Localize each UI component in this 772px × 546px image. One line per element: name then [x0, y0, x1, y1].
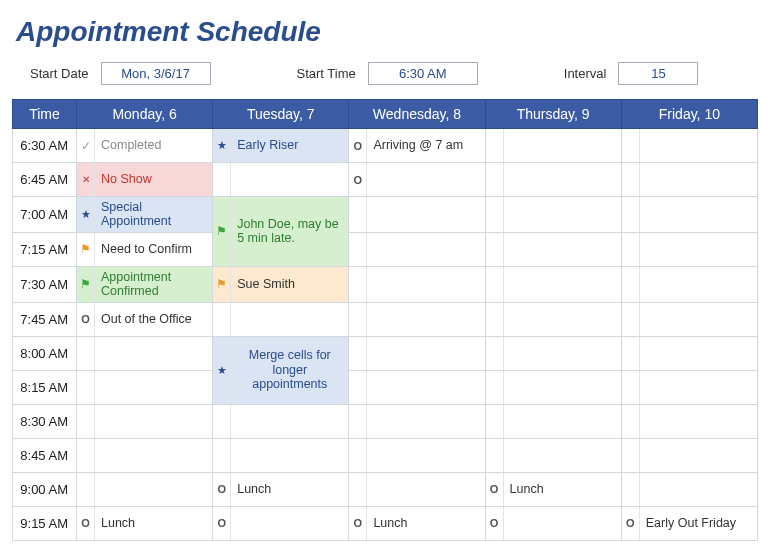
cell-fri-730[interactable]	[621, 266, 757, 302]
cell-tue-845[interactable]	[213, 438, 349, 472]
cell-tue-830[interactable]	[213, 404, 349, 438]
cell-fri-745[interactable]	[621, 302, 757, 336]
row-845: 8:45 AM	[13, 438, 758, 472]
time-label: 8:45 AM	[13, 438, 77, 472]
schedule-table: Time Monday, 6 Tuesday, 7 Wednesday, 8 T…	[12, 99, 758, 541]
cell-wed-700[interactable]	[349, 197, 485, 233]
cell-tue-800[interactable]: Merge cells for longer appointments	[213, 336, 349, 404]
empty-icon	[486, 303, 504, 336]
empty-icon	[77, 473, 95, 506]
cell-mon-815[interactable]	[77, 370, 213, 404]
cell-fri-845[interactable]	[621, 438, 757, 472]
empty-icon	[486, 337, 504, 370]
cell-thu-645[interactable]	[485, 163, 621, 197]
empty-icon	[622, 337, 640, 370]
empty-icon	[213, 405, 231, 438]
empty-icon	[349, 233, 367, 266]
cell-wed-900[interactable]	[349, 472, 485, 506]
cell-wed-815[interactable]	[349, 370, 485, 404]
row-645: 6:45 AM No Show	[13, 163, 758, 197]
cell-mon-645[interactable]: No Show	[77, 163, 213, 197]
cell-wed-645[interactable]	[349, 163, 485, 197]
cell-fri-815[interactable]	[621, 370, 757, 404]
interval-field[interactable]: 15	[618, 62, 698, 85]
start-time-field[interactable]: 6:30 AM	[368, 62, 478, 85]
time-label: 6:45 AM	[13, 163, 77, 197]
circle-icon	[349, 129, 367, 162]
cell-fri-900[interactable]	[621, 472, 757, 506]
cell-text: Out of the Office	[95, 309, 212, 329]
cell-tue-745[interactable]	[213, 302, 349, 336]
start-date-field[interactable]: Mon, 3/6/17	[101, 62, 211, 85]
empty-icon	[349, 439, 367, 472]
cell-fri-645[interactable]	[621, 163, 757, 197]
empty-icon	[349, 371, 367, 404]
col-wed: Wednesday, 8	[349, 100, 485, 129]
cell-tue-900[interactable]: Lunch	[213, 472, 349, 506]
empty-icon	[486, 163, 504, 196]
empty-icon	[622, 129, 640, 162]
cell-text: Merge cells for longer appointments	[231, 345, 348, 394]
cell-tue-730[interactable]: Sue Smith	[213, 266, 349, 302]
flag-icon	[77, 267, 95, 302]
controls-bar: Start Date Mon, 3/6/17 Start Time 6:30 A…	[12, 62, 760, 85]
cell-thu-745[interactable]	[485, 302, 621, 336]
cell-thu-845[interactable]	[485, 438, 621, 472]
time-label: 9:15 AM	[13, 506, 77, 540]
time-label: 7:00 AM	[13, 197, 77, 233]
cell-mon-700[interactable]: Special Appointment	[77, 197, 213, 233]
cell-mon-800[interactable]	[77, 336, 213, 370]
cell-mon-845[interactable]	[77, 438, 213, 472]
cell-wed-630[interactable]: Arriving @ 7 am	[349, 129, 485, 163]
cell-thu-800[interactable]	[485, 336, 621, 370]
cell-mon-830[interactable]	[77, 404, 213, 438]
cell-mon-715[interactable]: Need to Confirm	[77, 232, 213, 266]
cell-wed-715[interactable]	[349, 232, 485, 266]
col-fri: Friday, 10	[621, 100, 757, 129]
cell-mon-630[interactable]: Completed	[77, 129, 213, 163]
empty-icon	[486, 233, 504, 266]
cell-thu-730[interactable]	[485, 266, 621, 302]
cell-mon-730[interactable]: Appointment Confirmed	[77, 266, 213, 302]
flag-icon	[213, 267, 231, 302]
circle-icon	[213, 507, 231, 540]
cell-fri-715[interactable]	[621, 232, 757, 266]
cell-wed-830[interactable]	[349, 404, 485, 438]
cell-fri-830[interactable]	[621, 404, 757, 438]
cell-tue-700[interactable]: John Doe, may be 5 min late.	[213, 197, 349, 267]
cell-wed-845[interactable]	[349, 438, 485, 472]
row-730: 7:30 AM Appointment Confirmed Sue Smith	[13, 266, 758, 302]
cell-fri-700[interactable]	[621, 197, 757, 233]
cell-mon-900[interactable]	[77, 472, 213, 506]
cell-fri-915[interactable]: Early Out Friday	[621, 506, 757, 540]
cell-tue-645[interactable]	[213, 163, 349, 197]
start-time-label: Start Time	[297, 66, 356, 81]
cell-text: Sue Smith	[231, 274, 348, 294]
cell-fri-800[interactable]	[621, 336, 757, 370]
empty-icon	[349, 337, 367, 370]
cell-wed-800[interactable]	[349, 336, 485, 370]
cell-tue-630[interactable]: Early Riser	[213, 129, 349, 163]
empty-icon	[77, 337, 95, 370]
cell-wed-730[interactable]	[349, 266, 485, 302]
cell-tue-915[interactable]	[213, 506, 349, 540]
cell-thu-815[interactable]	[485, 370, 621, 404]
cell-thu-715[interactable]	[485, 232, 621, 266]
cell-thu-915[interactable]	[485, 506, 621, 540]
cell-thu-700[interactable]	[485, 197, 621, 233]
cell-mon-745[interactable]: Out of the Office	[77, 302, 213, 336]
empty-icon	[213, 303, 231, 336]
time-label: 7:45 AM	[13, 302, 77, 336]
circle-icon	[77, 303, 95, 336]
cell-text: Arriving @ 7 am	[367, 135, 484, 155]
empty-icon	[349, 303, 367, 336]
cell-mon-915[interactable]: Lunch	[77, 506, 213, 540]
empty-icon	[349, 405, 367, 438]
cell-thu-900[interactable]: Lunch	[485, 472, 621, 506]
cell-thu-630[interactable]	[485, 129, 621, 163]
cell-fri-630[interactable]	[621, 129, 757, 163]
cell-wed-915[interactable]: Lunch	[349, 506, 485, 540]
cell-wed-745[interactable]	[349, 302, 485, 336]
cell-thu-830[interactable]	[485, 404, 621, 438]
cell-text: Completed	[95, 135, 212, 155]
